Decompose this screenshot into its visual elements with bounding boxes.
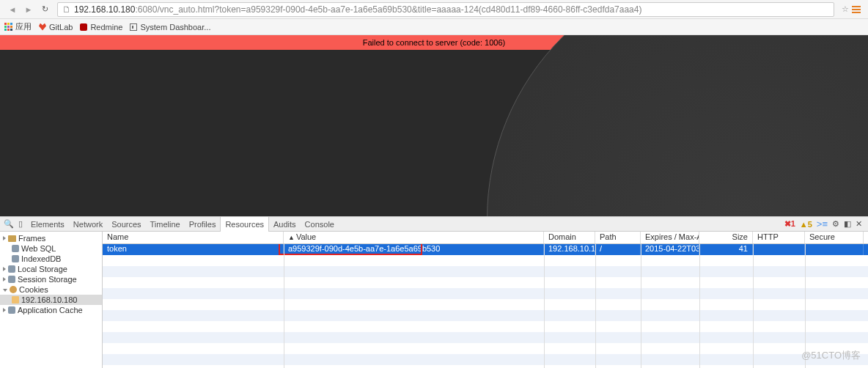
table-row[interactable] (103, 277, 868, 288)
tree-indexeddb[interactable]: IndexedDB (0, 254, 102, 264)
tree-localstorage[interactable]: Local Storage (0, 264, 102, 274)
tab-profiles[interactable]: Profiles (185, 217, 221, 232)
col-value[interactable]: ▲Value (284, 232, 544, 243)
cell-name: token (103, 244, 284, 255)
table-row[interactable] (103, 321, 868, 332)
cookie-icon (10, 286, 17, 293)
col-expires[interactable]: Expires / Max-A... (641, 232, 699, 243)
bookmark-redmine[interactable]: Redmine (80, 23, 122, 32)
chevron-right-icon (3, 308, 6, 312)
url-host: 192.168.10.180 (74, 4, 135, 15)
cell-expires: 2015-04-22T03:... (641, 244, 699, 255)
tree-appcache[interactable]: Application Cache (0, 305, 102, 315)
devtools-status: ✖1 ▲5 >≡ ⚙ ◧ ✕ (784, 218, 865, 229)
col-path[interactable]: Path (595, 232, 641, 243)
col-http[interactable]: HTTP (753, 232, 805, 243)
tab-console[interactable]: Console (301, 217, 339, 232)
database-icon (12, 245, 19, 252)
back-button[interactable]: ◄ (4, 2, 21, 17)
col-size[interactable]: Size (699, 232, 753, 243)
col-name[interactable]: Name (103, 232, 284, 243)
table-row[interactable] (103, 288, 868, 299)
dock-icon[interactable]: ◧ (844, 219, 851, 229)
reload-button[interactable]: ↻ (37, 2, 53, 17)
col-secure[interactable]: Secure (805, 232, 864, 243)
storage-icon (8, 265, 15, 273)
database-icon (12, 255, 19, 262)
table-row[interactable] (103, 354, 868, 365)
settings-gear-icon[interactable]: ⚙ (832, 219, 839, 229)
chevron-down-icon (3, 289, 7, 292)
col-domain[interactable]: Domain (544, 232, 595, 243)
cookies-table: Name ▲Value Domain Path Expires / Max-A.… (103, 232, 868, 368)
tab-network[interactable]: Network (69, 217, 107, 232)
bookmark-star-icon[interactable]: ☆ (842, 4, 849, 14)
devtools-tabs: 🔍 ▯ Elements Network Sources Timeline Pr… (0, 217, 868, 232)
url-rest: :6080/vnc_auto.html?token=a959329f-090d-… (135, 4, 641, 15)
vnc-status-text: Failed to connect to server (code: 1006) (363, 38, 505, 47)
cell-size: 41 (699, 244, 753, 255)
devtools-body: Frames Web SQL IndexedDB Local Storage S… (0, 232, 868, 368)
bookmark-gitlab[interactable]: GitLab (39, 23, 73, 32)
tree-cookie-host[interactable]: 192.168.10.180 (0, 295, 102, 305)
tab-timeline[interactable]: Timeline (146, 217, 185, 232)
table-row[interactable]: token a959329f-090d-4e5b-aa7e-1a6e5a69b5… (103, 244, 868, 255)
browser-nav-bar: ◄ ► ↻ 🗋 192.168.10.180:6080/vnc_auto.htm… (0, 0, 868, 19)
resources-sidebar: Frames Web SQL IndexedDB Local Storage S… (0, 232, 103, 368)
watermark: @51CTO博客 (801, 349, 861, 362)
gitlab-icon (39, 23, 46, 31)
page-icon: 🗋 (62, 4, 71, 15)
table-row[interactable] (103, 343, 868, 354)
close-devtools-icon[interactable]: ✕ (856, 219, 862, 229)
table-row[interactable] (103, 266, 868, 277)
table-body: token a959329f-090d-4e5b-aa7e-1a6e5a69b5… (103, 244, 868, 368)
show-drawer-icon[interactable]: >≡ (817, 218, 828, 229)
tab-sources[interactable]: Sources (107, 217, 145, 232)
tree-websql[interactable]: Web SQL (0, 243, 102, 254)
storage-icon (8, 276, 15, 283)
tree-cookies[interactable]: Cookies (0, 284, 102, 295)
tab-audits[interactable]: Audits (269, 217, 301, 232)
decorative-arc (487, 35, 868, 216)
tab-resources[interactable]: Resources (220, 217, 269, 232)
vnc-viewport: Failed to connect to server (code: 1006)… (0, 35, 868, 216)
cell-domain: 192.168.10.180 (544, 244, 595, 255)
error-count-badge[interactable]: ✖1 (784, 219, 795, 229)
appcache-icon (8, 306, 15, 314)
folder-icon (8, 235, 16, 242)
table-header: Name ▲Value Domain Path Expires / Max-A.… (103, 232, 868, 244)
table-row[interactable] (103, 255, 868, 266)
tree-sessionstorage[interactable]: Session Storage (0, 274, 102, 284)
apps-label: 应用 (15, 21, 32, 32)
bookmark-dashboard[interactable]: System Dashboar... (130, 23, 210, 32)
table-row[interactable] (103, 332, 868, 343)
chevron-right-icon (3, 277, 6, 281)
chevron-right-icon (3, 267, 6, 271)
tree-frames[interactable]: Frames (0, 233, 102, 243)
url-bar[interactable]: 🗋 192.168.10.180:6080/vnc_auto.html?toke… (57, 2, 834, 17)
table-row[interactable] (103, 310, 868, 321)
cell-secure (805, 244, 864, 255)
redmine-icon (80, 23, 87, 31)
device-icon[interactable]: ▯ (15, 219, 26, 229)
search-icon[interactable]: 🔍 (3, 219, 15, 229)
devtools-panel: 🔍 ▯ Elements Network Sources Timeline Pr… (0, 216, 868, 368)
cell-path: / (595, 244, 641, 255)
dashboard-icon (130, 23, 137, 31)
file-icon (12, 296, 19, 303)
cell-http (753, 244, 805, 255)
apps-button[interactable]: 应用 (4, 21, 32, 32)
table-row[interactable] (103, 365, 868, 368)
hamburger-menu-icon[interactable] (849, 6, 864, 13)
chevron-right-icon (3, 236, 6, 240)
table-row[interactable] (103, 299, 868, 310)
bookmarks-bar: 应用 GitLab Redmine System Dashboar... (0, 19, 868, 35)
tab-elements[interactable]: Elements (26, 217, 69, 232)
forward-button: ► (21, 2, 37, 17)
cell-value: a959329f-090d-4e5b-aa7e-1a6e5a69b530 (284, 244, 544, 255)
warning-count-badge[interactable]: ▲5 (800, 220, 812, 229)
apps-grid-icon (4, 23, 12, 31)
